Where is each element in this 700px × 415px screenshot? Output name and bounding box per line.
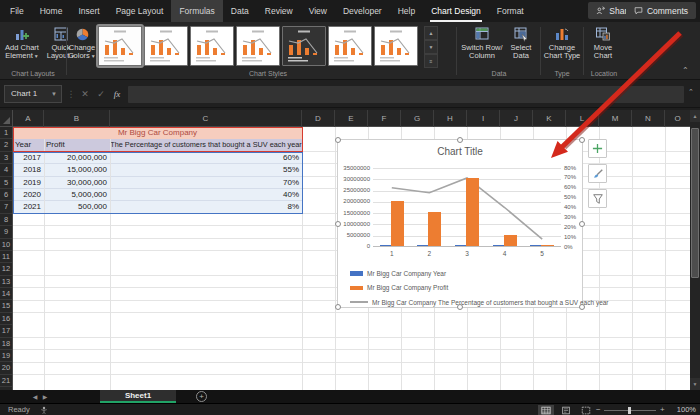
scroll-down-arrow[interactable]: ▼ [690, 378, 700, 390]
gallery-scroll-down[interactable]: ▼ [424, 40, 438, 54]
row-header[interactable]: 10 [0, 239, 12, 251]
column-header[interactable]: B [44, 110, 110, 127]
column-header[interactable]: J [500, 110, 533, 127]
ribbon-tab[interactable]: View [301, 0, 335, 22]
sheet-nav-right-icon[interactable]: ▶ [40, 393, 50, 400]
bar-profit[interactable] [541, 245, 554, 246]
new-sheet-button[interactable]: + [196, 391, 207, 402]
row-header[interactable]: 20 [0, 362, 12, 374]
column-header[interactable]: I [467, 110, 500, 127]
row-header[interactable]: 16 [0, 313, 12, 325]
chart-style-thumbnail[interactable] [190, 26, 234, 66]
gallery-scroll-up[interactable]: ▲ [424, 26, 438, 40]
chart-object[interactable]: Chart Title 3500000030000000250000002000… [337, 139, 583, 308]
row-header[interactable]: 7 [0, 201, 12, 213]
bar-profit[interactable] [504, 235, 517, 246]
chart-resize-handle[interactable] [335, 304, 341, 310]
ribbon-tab[interactable]: Review [257, 0, 301, 22]
expand-formula-bar-chevron[interactable]: ⌃ [688, 88, 694, 96]
row-header[interactable]: 8 [0, 214, 12, 226]
cell-percentage[interactable]: 70% [110, 177, 302, 188]
cell-merged-title[interactable]: Mr Bigg Car Company [13, 127, 302, 139]
row-header[interactable]: 14 [0, 288, 12, 300]
chart-styles-button[interactable] [588, 164, 607, 183]
scroll-up-arrow[interactable]: ▲ [690, 110, 700, 122]
chart-resize-handle[interactable] [579, 304, 585, 310]
row-header[interactable]: 18 [0, 338, 12, 350]
chart-legend[interactable]: Mr Bigg Car Company Year Mr Bigg Car Com… [350, 266, 609, 310]
zoom-slider-thumb[interactable] [628, 407, 631, 414]
column-header[interactable]: O [665, 110, 690, 127]
column-header[interactable]: H [434, 110, 467, 127]
cell-profit[interactable]: 20,000,000 [44, 152, 110, 163]
sheet-tab-active[interactable]: Sheet1 [100, 390, 176, 403]
change-chart-type-button[interactable]: Change Chart Type [543, 25, 581, 60]
view-normal-button[interactable] [538, 405, 554, 415]
switch-row-column-button[interactable]: Switch Row/ Column [460, 25, 504, 60]
bar-year[interactable] [417, 245, 428, 246]
column-header[interactable]: N [632, 110, 665, 127]
cell-header-profit[interactable]: Profit [44, 139, 110, 151]
row-header[interactable]: 21 [0, 375, 12, 387]
column-header[interactable]: C [110, 110, 302, 127]
chart-style-thumbnail[interactable] [374, 26, 418, 66]
row-header[interactable]: 13 [0, 276, 12, 288]
ribbon-tab[interactable]: Developer [335, 0, 390, 22]
chart-style-thumbnail[interactable] [328, 26, 372, 66]
change-colors-button[interactable]: Change Colors▼ [67, 25, 97, 60]
zoom-level[interactable]: 100% [677, 404, 696, 415]
select-all-button[interactable] [0, 110, 13, 127]
cell-profit[interactable]: 30,000,000 [44, 177, 110, 188]
namebox-splitter[interactable]: ⋮ [64, 85, 78, 103]
column-header[interactable]: F [368, 110, 401, 127]
legend-item-profit[interactable]: Mr Bigg Car Company Profit [350, 281, 609, 296]
cell-header-year[interactable]: Year [13, 139, 44, 151]
chart-filters-button[interactable] [588, 189, 607, 208]
enter-icon[interactable]: ✓ [94, 85, 108, 103]
table-row[interactable]: 20205,000,00040% [13, 189, 302, 201]
cell-year[interactable]: 2019 [13, 177, 44, 188]
cell-header-percentage[interactable]: The Percentage of customers that bought … [110, 139, 302, 151]
table-row[interactable]: 201815,000,00055% [13, 164, 302, 176]
chart-resize-handle[interactable] [579, 137, 585, 143]
sheet-nav-left-icon[interactable]: ◀ [30, 393, 40, 400]
cell-year[interactable]: 2020 [13, 189, 44, 200]
row-header[interactable]: 1 [0, 127, 12, 139]
zoom-in-button[interactable]: + [660, 404, 665, 415]
cell-year[interactable]: 2021 [13, 201, 44, 212]
chart-elements-button[interactable] [588, 139, 607, 158]
collapse-ribbon-chevron[interactable]: ⌃ [682, 66, 689, 75]
cell-percentage[interactable]: 55% [110, 164, 302, 175]
bar-profit[interactable] [391, 201, 404, 246]
move-chart-button[interactable]: Move Chart [586, 25, 620, 60]
chart-resize-handle[interactable] [457, 137, 463, 143]
cell-profit[interactable]: 5,000,000 [44, 189, 110, 200]
vertical-scrollbar[interactable]: ▲ ▼ [690, 110, 700, 390]
vertical-scroll-thumb[interactable] [691, 128, 699, 278]
formula-input[interactable] [128, 86, 684, 103]
row-header[interactable]: 6 [0, 189, 12, 201]
plot-area[interactable] [373, 168, 561, 247]
row-header[interactable]: 5 [0, 177, 12, 189]
row-header[interactable]: 19 [0, 350, 12, 362]
ribbon-tab[interactable]: Formulas [171, 0, 222, 22]
table-row[interactable]: 2021500,0008% [13, 201, 302, 213]
cell-profit[interactable]: 15,000,000 [44, 164, 110, 175]
row-header[interactable]: 17 [0, 325, 12, 337]
bar-year[interactable] [493, 245, 504, 246]
cell-year[interactable]: 2017 [13, 152, 44, 163]
row-header[interactable]: 4 [0, 164, 12, 176]
column-header[interactable]: D [302, 110, 335, 127]
column-header[interactable]: E [335, 110, 368, 127]
bar-profit[interactable] [466, 178, 479, 246]
bar-year[interactable] [455, 245, 466, 246]
cell-year[interactable]: 2018 [13, 164, 44, 175]
column-header[interactable]: K [533, 110, 566, 127]
ribbon-tab[interactable]: Home [32, 0, 71, 22]
gallery-more-button[interactable]: ≡ [424, 54, 438, 68]
cell-profit[interactable]: 500,000 [44, 201, 110, 212]
chart-resize-handle[interactable] [579, 221, 585, 227]
chart-style-thumbnail[interactable] [98, 26, 142, 66]
ribbon-tab[interactable]: Insert [70, 0, 107, 22]
column-header[interactable]: M [599, 110, 632, 127]
